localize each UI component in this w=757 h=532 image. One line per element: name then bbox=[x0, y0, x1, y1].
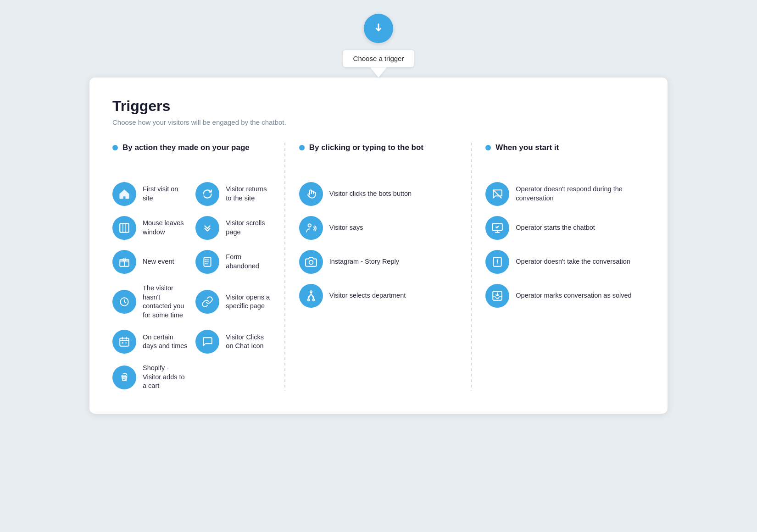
hasnt-contacted-icon-bg bbox=[112, 290, 136, 314]
top-arrow-container: Choose a trigger bbox=[343, 14, 415, 78]
column-start: When you start it Operator doesn't respo… bbox=[472, 143, 645, 391]
svg-rect-2 bbox=[120, 260, 129, 261]
visitor-clicks-bot-label: Visitor clicks the bots button bbox=[329, 189, 412, 199]
alert-icon bbox=[491, 256, 503, 268]
op-doesnt-take-icon-bg bbox=[485, 250, 509, 274]
form-icon bbox=[201, 256, 213, 268]
trigger-item-hasnt-contacted[interactable]: The visitor hasn't contacted you for som… bbox=[112, 284, 188, 320]
svg-point-19 bbox=[497, 263, 498, 264]
op-starts-chatbot-label: Operator starts the chatbot bbox=[516, 223, 595, 233]
chat-off-icon bbox=[491, 188, 503, 200]
column-clicking-title: By clicking or typing to the bot bbox=[309, 143, 423, 153]
form-abandoned-label: Form abandoned bbox=[226, 253, 271, 271]
visitor-scrolls-icon-bg bbox=[195, 216, 219, 240]
trigger-item-instagram-story[interactable]: Instagram - Story Reply bbox=[299, 250, 458, 274]
shopify-icon bbox=[118, 371, 130, 383]
svg-point-11 bbox=[308, 224, 311, 227]
scroll-down-icon bbox=[201, 222, 213, 234]
column-action-title: By action they made on your page bbox=[122, 143, 250, 153]
trigger-item-visitor-selects-dept[interactable]: Visitor selects department bbox=[299, 284, 458, 308]
form-abandoned-icon-bg bbox=[195, 250, 219, 274]
monitor-icon bbox=[491, 222, 503, 234]
svg-point-12 bbox=[309, 260, 313, 265]
column-start-title: When you start it bbox=[495, 143, 559, 153]
column-clicking-dot bbox=[299, 145, 305, 150]
fork-icon bbox=[305, 290, 317, 302]
op-doesnt-take-label: Operator doesn't take the conversation bbox=[516, 257, 630, 266]
op-doesnt-respond-label: Operator doesn't respond during the conv… bbox=[516, 185, 645, 203]
column-clicking-list: Visitor clicks the bots button Visitor s… bbox=[299, 182, 458, 308]
visitor-says-label: Visitor says bbox=[329, 223, 363, 233]
column-start-header: When you start it bbox=[485, 143, 645, 168]
link-icon bbox=[201, 296, 213, 308]
column-clicking-header: By clicking or typing to the bot bbox=[299, 143, 458, 168]
panel-title: Triggers bbox=[112, 98, 645, 115]
visitor-clicks-chat-icon-bg bbox=[195, 330, 219, 354]
column-action-grid: First visit on site Visitor returns to t… bbox=[112, 182, 272, 391]
visitor-opens-page-icon-bg bbox=[195, 290, 219, 314]
trigger-item-new-event[interactable]: New event bbox=[112, 250, 188, 274]
op-marks-solved-label: Operator marks conversation as solved bbox=[516, 291, 631, 300]
home-icon bbox=[118, 188, 130, 200]
column-action-dot bbox=[112, 145, 118, 150]
gift-icon bbox=[118, 256, 130, 268]
clock-icon bbox=[118, 296, 130, 308]
op-starts-chatbot-icon-bg bbox=[485, 216, 509, 240]
column-action-header: By action they made on your page bbox=[112, 143, 272, 168]
trigger-item-visitor-scrolls[interactable]: Visitor scrolls page bbox=[195, 216, 271, 240]
svg-rect-9 bbox=[122, 342, 123, 344]
certain-days-icon-bg bbox=[112, 330, 136, 354]
inbox-down-icon bbox=[491, 290, 503, 302]
trigger-item-visitor-says[interactable]: Visitor says bbox=[299, 216, 458, 240]
shopify-cart-icon-bg bbox=[112, 366, 136, 389]
visitor-returns-label: Visitor returns to the site bbox=[226, 185, 271, 203]
svg-rect-4 bbox=[205, 259, 206, 260]
trigger-item-form-abandoned[interactable]: Form abandoned bbox=[195, 250, 271, 274]
down-arrow-icon bbox=[372, 22, 385, 35]
person-speak-icon bbox=[305, 222, 317, 234]
trigger-item-op-marks-solved[interactable]: Operator marks conversation as solved bbox=[485, 284, 645, 308]
visitor-clicks-bot-icon-bg bbox=[299, 182, 323, 206]
trigger-item-op-doesnt-take[interactable]: Operator doesn't take the conversation bbox=[485, 250, 645, 274]
column-start-list: Operator doesn't respond during the conv… bbox=[485, 182, 645, 308]
trigger-item-visitor-clicks-chat[interactable]: Visitor Clicks on Chat Icon bbox=[195, 330, 271, 354]
trigger-item-certain-days[interactable]: On certain days and times bbox=[112, 330, 188, 354]
choose-trigger-box[interactable]: Choose a trigger bbox=[343, 50, 415, 67]
column-start-dot bbox=[485, 145, 491, 150]
trigger-item-visitor-returns[interactable]: Visitor returns to the site bbox=[195, 182, 271, 206]
mouse-leaves-label: Mouse leaves window bbox=[143, 219, 188, 237]
trigger-item-visitor-opens-page[interactable]: Visitor opens a specific page bbox=[195, 284, 271, 320]
trigger-item-op-starts-chatbot[interactable]: Operator starts the chatbot bbox=[485, 216, 645, 240]
chat-icon bbox=[201, 336, 213, 348]
visitor-clicks-chat-label: Visitor Clicks on Chat Icon bbox=[226, 333, 271, 351]
down-arrow-circle bbox=[364, 14, 393, 43]
trigger-item-shopify-cart[interactable]: Shopify - Visitor adds to a cart bbox=[112, 364, 188, 391]
trigger-item-op-doesnt-respond[interactable]: Operator doesn't respond during the conv… bbox=[485, 182, 645, 206]
shopify-cart-label: Shopify - Visitor adds to a cart bbox=[143, 364, 188, 391]
visitor-says-icon-bg bbox=[299, 216, 323, 240]
column-action: By action they made on your page First v… bbox=[112, 143, 285, 391]
op-marks-solved-icon-bg bbox=[485, 284, 509, 308]
certain-days-label: On certain days and times bbox=[143, 333, 188, 351]
instagram-story-icon-bg bbox=[299, 250, 323, 274]
panel-subtitle: Choose how your visitors will be engaged… bbox=[112, 118, 645, 126]
triggers-panel: Triggers Choose how your visitors will b… bbox=[89, 78, 668, 414]
column-clicking: By clicking or typing to the bot Visitor… bbox=[285, 143, 472, 391]
svg-rect-5 bbox=[205, 261, 206, 262]
trigger-item-mouse-leaves[interactable]: Mouse leaves window bbox=[112, 216, 188, 240]
hasnt-contacted-label: The visitor hasn't contacted you for som… bbox=[143, 284, 188, 320]
expand-icon bbox=[118, 222, 130, 234]
visitor-scrolls-label: Visitor scrolls page bbox=[226, 219, 271, 237]
trigger-item-visitor-clicks-bot[interactable]: Visitor clicks the bots button bbox=[299, 182, 458, 206]
new-event-icon-bg bbox=[112, 250, 136, 274]
svg-rect-10 bbox=[125, 342, 127, 344]
svg-rect-0 bbox=[120, 223, 129, 233]
mouse-leaves-icon-bg bbox=[112, 216, 136, 240]
camera-icon bbox=[305, 256, 317, 268]
calendar-icon bbox=[118, 336, 130, 348]
svg-rect-6 bbox=[205, 263, 206, 264]
instagram-story-label: Instagram - Story Reply bbox=[329, 257, 399, 266]
trigger-item-first-visit[interactable]: First visit on site bbox=[112, 182, 188, 206]
first-visit-label: First visit on site bbox=[143, 185, 188, 203]
op-doesnt-respond-icon-bg bbox=[485, 182, 509, 206]
